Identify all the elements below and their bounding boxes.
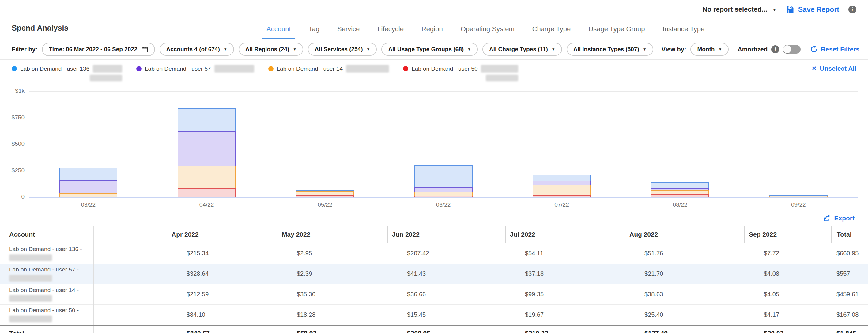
value-cell: $660.95: [832, 243, 868, 264]
value-cell: $167.08: [832, 304, 868, 325]
y-axis-tick-label: $750: [0, 114, 25, 121]
bar-segment-07-22[interactable]: [533, 180, 591, 185]
bar-segment-08-22[interactable]: [651, 190, 709, 194]
table-row[interactable]: Lab on Demand - user 57 -$328.64$2.39$41…: [0, 264, 868, 284]
tab-instance-type[interactable]: Instance Type: [663, 25, 705, 39]
tab-account[interactable]: Account: [267, 25, 291, 39]
bar-segment-09-22[interactable]: [769, 195, 828, 196]
top-bar: No report selected... ▼ Save Report i: [0, 0, 868, 17]
x-axis-tick-label: 06/22: [436, 201, 451, 208]
bar-segment-04-22[interactable]: [178, 108, 236, 131]
chevron-down-icon: ▼: [293, 47, 297, 52]
chevron-down-icon: ▼: [643, 47, 647, 52]
filter-pill-all[interactable]: All Instance Types (507)▼: [567, 43, 653, 56]
value-cell: $84.10: [167, 304, 277, 325]
value-cell: $4.08: [744, 264, 832, 284]
y-axis-tick-label: $500: [0, 140, 25, 147]
legend-item[interactable]: Lab on Demand - user 57: [136, 65, 254, 72]
account-name: Lab on Demand - user 14 -: [9, 287, 79, 293]
bar-segment-03-22[interactable]: [59, 193, 117, 197]
legend-bar: Lab on Demand - user 136Lab on Demand - …: [0, 60, 868, 82]
filter-pill-label: All Regions (24): [245, 46, 289, 53]
bar-segment-06-22[interactable]: [414, 187, 473, 192]
filter-pill-all[interactable]: All Services (254)▼: [308, 43, 377, 56]
save-icon: [786, 5, 795, 14]
value-cell: $328.64: [167, 264, 277, 284]
report-selector-value: No report selected...: [702, 5, 767, 13]
legend-item[interactable]: Lab on Demand - user 50: [403, 65, 518, 81]
legend-item[interactable]: Lab on Demand - user 14: [268, 65, 389, 72]
table-row[interactable]: Lab on Demand - user 50 -$84.10$18.28$15…: [0, 304, 868, 325]
gridline: [29, 144, 858, 144]
bar-segment-07-22[interactable]: [533, 175, 591, 180]
bar-segment-07-22[interactable]: [533, 185, 591, 195]
legend-label: Lab on Demand - user 14: [277, 66, 343, 72]
account-cell: Lab on Demand - user 136 -: [0, 243, 93, 264]
filter-pill-accounts[interactable]: Accounts 4 (of 674)▼: [160, 43, 234, 56]
y-axis-tick-label: 0: [0, 193, 25, 200]
tab-lifecycle[interactable]: Lifecycle: [377, 25, 404, 39]
tab-tag[interactable]: Tag: [309, 25, 319, 39]
table-row[interactable]: Lab on Demand - user 136 -$215.34$2.95$2…: [0, 243, 868, 264]
bar-segment-08-22[interactable]: [651, 194, 709, 197]
tab-usage-type-group[interactable]: Usage Type Group: [588, 25, 645, 39]
filter-pill-all[interactable]: All Charge Types (11)▼: [483, 43, 562, 56]
redacted-text: [9, 295, 52, 302]
report-selector-dropdown[interactable]: No report selected... ▼: [702, 5, 776, 13]
bar-segment-04-22[interactable]: [178, 131, 236, 166]
tab-service[interactable]: Service: [337, 25, 360, 39]
tab-charge-type[interactable]: Charge Type: [532, 25, 571, 39]
value-cell: $36.66: [388, 284, 505, 304]
spend-table: AccountApr 2022May 2022Jun 2022Jul 2022A…: [0, 226, 868, 333]
legend-item[interactable]: Lab on Demand - user 136: [12, 65, 122, 81]
bar-segment-06-22[interactable]: [414, 192, 473, 196]
unselect-all-button[interactable]: ✕ Unselect All: [812, 65, 856, 72]
total-value-cell: $58.92: [277, 325, 388, 333]
table-row[interactable]: Lab on Demand - user 14 -$212.59$35.30$3…: [0, 284, 868, 304]
column-header-may-2022: May 2022: [277, 226, 388, 243]
export-button[interactable]: Export: [823, 214, 855, 222]
value-cell: $54.11: [505, 243, 625, 264]
y-axis-tick-label: $1k: [0, 88, 25, 94]
bar-segment-05-22[interactable]: [296, 195, 354, 197]
filter-pill-all[interactable]: All Regions (24)▼: [239, 43, 303, 56]
bar-segment-05-22[interactable]: [296, 190, 354, 191]
bar-segment-04-22[interactable]: [178, 166, 236, 188]
reset-filters-button[interactable]: Reset Filters: [810, 45, 860, 53]
info-icon[interactable]: i: [771, 45, 779, 53]
bar-segment-08-22[interactable]: [651, 188, 709, 190]
x-axis-tick-label: 08/22: [673, 201, 688, 208]
view-by-dropdown[interactable]: Month ▼: [690, 43, 728, 56]
bar-segment-06-22[interactable]: [414, 165, 473, 187]
bar-segment-03-22[interactable]: [59, 180, 117, 193]
value-cell: $99.35: [505, 284, 625, 304]
save-report-button[interactable]: Save Report: [786, 5, 839, 14]
value-cell: $4.17: [744, 304, 832, 325]
filter-pill-label: All Instance Types (507): [574, 46, 639, 53]
filter-pill-all[interactable]: All Usage Type Groups (68)▼: [381, 43, 478, 56]
bar-segment-05-22[interactable]: [296, 191, 354, 195]
bar-segment-06-22[interactable]: [414, 196, 473, 197]
x-axis-tick-label: 07/22: [554, 201, 569, 208]
total-value-cell: $137.49: [625, 325, 744, 333]
bar-segment-07-22[interactable]: [533, 195, 591, 197]
filter-pill-time[interactable]: Time: 06 Mar 2022 - 06 Sep 2022: [42, 43, 155, 56]
legend-label: Lab on Demand - user 136: [20, 66, 89, 72]
info-icon[interactable]: i: [848, 5, 856, 13]
tab-region[interactable]: Region: [422, 25, 443, 39]
value-cell: $19.67: [505, 304, 625, 325]
value-cell: $25.40: [625, 304, 744, 325]
legend-label: Lab on Demand - user 57: [145, 66, 211, 72]
export-label: Export: [834, 214, 855, 222]
legend-item-line: Lab on Demand - user 50: [403, 65, 518, 72]
column-header-aug-2022: Aug 2022: [625, 226, 744, 243]
bar-segment-08-22[interactable]: [651, 182, 709, 188]
account-name: Lab on Demand - user 57 -: [9, 266, 79, 273]
bar-segment-04-22[interactable]: [178, 188, 236, 197]
value-cell: $18.28: [277, 304, 388, 325]
bar-segment-03-22[interactable]: [59, 168, 117, 180]
amortized-toggle[interactable]: [783, 45, 801, 54]
legend-item-line: Lab on Demand - user 14: [268, 65, 389, 72]
spacer-cell: [93, 304, 167, 325]
tab-operating-system[interactable]: Operating System: [461, 25, 515, 39]
